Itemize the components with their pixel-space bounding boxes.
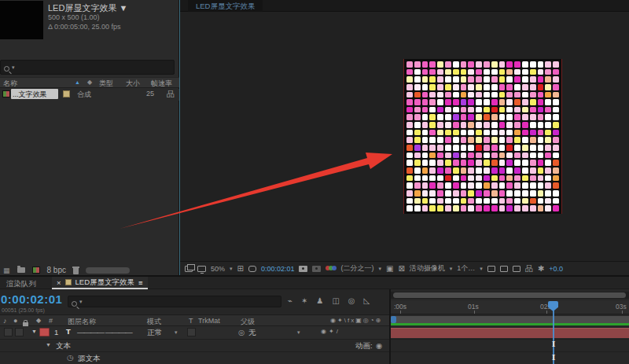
project-item-name[interactable]: ...文字效果 (11, 89, 58, 99)
fast-previews-icon[interactable] (513, 266, 520, 272)
mode-select[interactable]: 正常 (147, 328, 162, 338)
layer-name[interactable]: ———— ———— (77, 328, 132, 336)
led-cell (453, 84, 459, 90)
expander-icon[interactable]: ▼ (31, 329, 37, 334)
share-view-icon[interactable] (487, 266, 495, 272)
led-cell (522, 145, 528, 151)
channels-icon[interactable] (326, 265, 336, 272)
column-t[interactable]: T (189, 317, 193, 325)
chevron-down-icon[interactable]: ▾ (230, 266, 233, 272)
zoom-select[interactable]: 50% (211, 265, 225, 273)
expander-icon[interactable]: ▼ (46, 342, 51, 347)
project-scrollbar[interactable] (86, 267, 130, 274)
project-item-row[interactable]: ...文字效果 合成 25 品 (0, 89, 179, 101)
layer-row[interactable]: ▼ 1 T ———— ———— 正常 ▾ ◎ 无 ▾ ◉✦/ (0, 326, 389, 340)
animate-menu-icon[interactable]: ◉ (376, 341, 382, 350)
column-trkmat[interactable]: TrkMat (198, 317, 220, 325)
trkmat-toggle[interactable] (187, 328, 196, 336)
comp-flowchart-icon[interactable]: ⌁ (288, 296, 292, 305)
interpret-footage-icon[interactable]: ▦ (3, 267, 10, 274)
chevron-down-icon[interactable]: ▾ (480, 266, 483, 272)
led-cell (491, 84, 498, 90)
hide-shy-icon[interactable]: ♟ (316, 296, 323, 305)
delete-icon[interactable] (73, 268, 79, 274)
tab-render-queue[interactable]: 渲染队列 (6, 279, 36, 289)
label-column-icon[interactable]: ◆ (36, 317, 41, 324)
chevron-down-icon[interactable]: ▾ (378, 266, 381, 272)
project-search-input[interactable]: ▾ (0, 60, 175, 75)
chevron-down-icon[interactable]: ▾ (175, 329, 178, 336)
pixel-aspect-icon[interactable] (500, 266, 508, 272)
chevron-down-icon[interactable]: ▾ (297, 329, 300, 336)
bit-depth-button[interactable]: 8 bpc (47, 266, 66, 274)
text-group-row[interactable]: ▼ 文本 动画: ◉ (0, 340, 389, 352)
audio-icon[interactable]: ♪ (3, 317, 7, 325)
settings-gear-icon[interactable]: ✱ (538, 264, 544, 273)
parent-select[interactable]: 无 (248, 328, 256, 338)
stopwatch-icon[interactable]: ◷ (67, 353, 73, 362)
led-cell (437, 137, 443, 143)
monitor-icon[interactable] (197, 266, 206, 272)
work-area-bar[interactable] (391, 316, 629, 323)
view-layout-select[interactable]: 1个… (457, 263, 475, 274)
close-icon[interactable]: × (57, 278, 61, 287)
viewer-tab-composition[interactable]: LED屏显文字效果 (188, 0, 263, 12)
timeline-search-input[interactable]: ▾ (68, 296, 281, 307)
motion-blur-icon[interactable]: ◎ (348, 296, 355, 305)
column-type[interactable]: 类型 (99, 79, 113, 89)
label-color-chip[interactable] (63, 90, 70, 97)
lock-icon[interactable] (23, 322, 28, 326)
layer-switches-header[interactable]: ◉✦\fx▣◎◔⊕ (330, 317, 382, 324)
snapshot-icon[interactable] (299, 266, 307, 272)
mini-flowchart-icon[interactable]: 品 (525, 263, 533, 274)
draft-3d-icon[interactable]: ✶ (301, 296, 307, 305)
camera-select[interactable]: 活动摄像机 (410, 263, 445, 274)
mask-visibility-icon[interactable] (248, 266, 256, 272)
work-area-start-handle[interactable] (391, 316, 396, 323)
led-cell (545, 122, 551, 128)
led-cell (406, 114, 413, 120)
eye-toggle[interactable] (4, 328, 13, 336)
always-preview-icon[interactable] (185, 266, 193, 272)
led-cell (545, 130, 551, 136)
column-size[interactable]: 大小 (126, 79, 140, 89)
time-ruler[interactable]: :00s 01s 02s 03s (391, 300, 629, 314)
column-number[interactable]: # (49, 317, 53, 325)
menu-icon[interactable]: ≡ (138, 278, 143, 287)
transparency-grid-icon[interactable]: ⊠ (398, 264, 404, 273)
led-cell (406, 182, 413, 189)
led-cell (538, 205, 544, 211)
new-folder-icon[interactable] (17, 267, 25, 273)
resolution-select[interactable]: (二分之一) (340, 263, 373, 274)
footage-thumb-icon (2, 90, 10, 97)
label-column-icon[interactable]: ◆ (87, 79, 92, 86)
timeline-navigator-handle[interactable] (393, 292, 626, 298)
led-cell (522, 92, 528, 98)
tab-composition[interactable]: × LED屏显文字效果 ≡ (52, 277, 148, 289)
composition-title[interactable]: LED屏显文字效果 ▼ (48, 2, 127, 14)
viewer-timecode[interactable]: 0:00:02:01 (261, 265, 295, 273)
current-timecode[interactable]: 0:00:02:01 (1, 292, 62, 306)
new-composition-icon[interactable] (32, 267, 40, 274)
exposure-value[interactable]: +0.0 (549, 265, 563, 273)
solo-icon[interactable]: ● (13, 317, 17, 325)
led-cell (445, 99, 451, 105)
column-fps[interactable]: 帧速率 (151, 79, 172, 89)
graph-editor-icon[interactable]: ◺ (364, 296, 370, 305)
audio-toggle[interactable] (15, 328, 24, 336)
layer-switches[interactable]: ◉✦/ (321, 328, 340, 335)
source-text-row[interactable]: ◷ 源文本 (0, 352, 389, 364)
layer-color-chip[interactable] (39, 328, 50, 336)
sort-asc-icon[interactable]: ▲ (75, 79, 80, 85)
column-name[interactable]: 名称 (3, 79, 17, 89)
led-grid[interactable] (403, 59, 562, 214)
composition-viewport[interactable] (180, 12, 629, 261)
show-snapshot-icon[interactable] (312, 266, 321, 272)
chevron-down-icon[interactable]: ▾ (450, 266, 453, 272)
frame-blend-icon[interactable]: ◫ (332, 296, 339, 305)
grid-guides-icon[interactable]: ⊞ (237, 264, 244, 273)
layer-duration-bar[interactable] (391, 328, 629, 338)
led-cell (437, 76, 443, 83)
roi-icon[interactable]: ▣ (386, 264, 393, 273)
pickwhip-icon[interactable]: ◎ (238, 328, 245, 336)
